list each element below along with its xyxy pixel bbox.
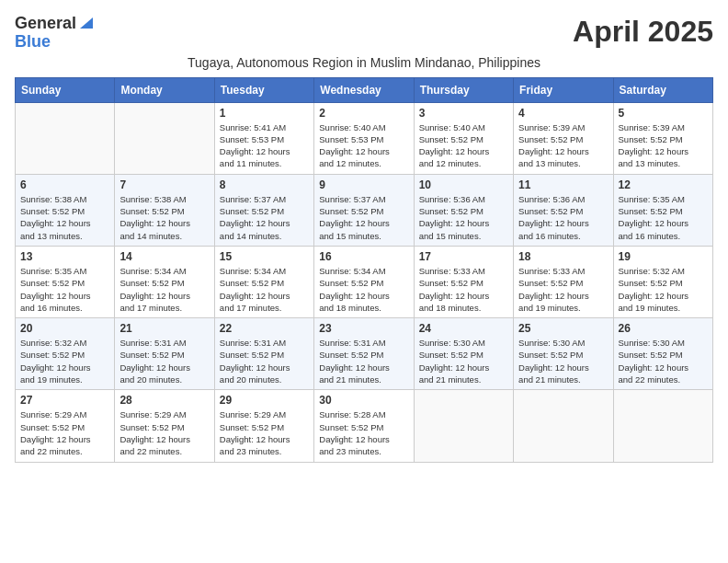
day-number: 19 xyxy=(619,250,708,263)
day-info: Sunrise: 5:38 AM Sunset: 5:52 PM Dayligh… xyxy=(20,193,109,242)
calendar-cell: 14Sunrise: 5:34 AM Sunset: 5:52 PM Dayli… xyxy=(115,246,214,317)
calendar-cell: 2Sunrise: 5:40 AM Sunset: 5:53 PM Daylig… xyxy=(314,102,414,174)
day-info: Sunrise: 5:34 AM Sunset: 5:52 PM Dayligh… xyxy=(119,265,209,314)
calendar-cell: 25Sunrise: 5:30 AM Sunset: 5:52 PM Dayli… xyxy=(514,318,613,390)
calendar-cell xyxy=(613,390,712,462)
day-number: 29 xyxy=(220,394,309,407)
day-info: Sunrise: 5:38 AM Sunset: 5:52 PM Dayligh… xyxy=(119,193,209,242)
calendar-cell: 15Sunrise: 5:34 AM Sunset: 5:52 PM Dayli… xyxy=(214,246,313,317)
day-info: Sunrise: 5:39 AM Sunset: 5:52 PM Dayligh… xyxy=(518,121,608,170)
day-info: Sunrise: 5:28 AM Sunset: 5:52 PM Dayligh… xyxy=(319,408,408,457)
day-number: 21 xyxy=(119,322,209,335)
day-info: Sunrise: 5:40 AM Sunset: 5:52 PM Dayligh… xyxy=(419,121,508,170)
day-info: Sunrise: 5:34 AM Sunset: 5:52 PM Dayligh… xyxy=(220,265,309,314)
calendar-week-row: 20Sunrise: 5:32 AM Sunset: 5:52 PM Dayli… xyxy=(16,318,713,390)
calendar-cell: 5Sunrise: 5:39 AM Sunset: 5:52 PM Daylig… xyxy=(613,102,712,174)
day-info: Sunrise: 5:30 AM Sunset: 5:52 PM Dayligh… xyxy=(419,337,508,385)
day-info: Sunrise: 5:31 AM Sunset: 5:52 PM Dayligh… xyxy=(319,337,408,385)
day-info: Sunrise: 5:37 AM Sunset: 5:52 PM Dayligh… xyxy=(319,193,408,242)
day-number: 8 xyxy=(220,178,309,191)
day-info: Sunrise: 5:29 AM Sunset: 5:52 PM Dayligh… xyxy=(220,408,309,457)
day-number: 28 xyxy=(119,394,209,407)
day-info: Sunrise: 5:29 AM Sunset: 5:52 PM Dayligh… xyxy=(20,408,109,457)
calendar-header-row: SundayMondayTuesdayWednesdayThursdayFrid… xyxy=(16,77,713,102)
day-number: 2 xyxy=(319,107,408,120)
calendar-cell: 8Sunrise: 5:37 AM Sunset: 5:52 PM Daylig… xyxy=(214,174,313,246)
day-info: Sunrise: 5:36 AM Sunset: 5:52 PM Dayligh… xyxy=(419,193,508,242)
calendar-cell: 7Sunrise: 5:38 AM Sunset: 5:52 PM Daylig… xyxy=(115,174,214,246)
calendar-cell: 4Sunrise: 5:39 AM Sunset: 5:52 PM Daylig… xyxy=(514,102,613,174)
day-number: 10 xyxy=(419,178,508,191)
calendar-cell: 19Sunrise: 5:32 AM Sunset: 5:52 PM Dayli… xyxy=(613,246,712,317)
calendar-cell: 27Sunrise: 5:29 AM Sunset: 5:52 PM Dayli… xyxy=(16,390,115,462)
day-info: Sunrise: 5:32 AM Sunset: 5:52 PM Dayligh… xyxy=(20,337,109,385)
day-number: 26 xyxy=(619,322,708,335)
day-info: Sunrise: 5:40 AM Sunset: 5:53 PM Dayligh… xyxy=(319,121,408,170)
day-number: 27 xyxy=(20,394,109,407)
day-number: 4 xyxy=(518,107,608,120)
day-info: Sunrise: 5:37 AM Sunset: 5:52 PM Dayligh… xyxy=(220,193,309,242)
logo-triangle-icon xyxy=(78,16,95,30)
calendar-cell: 20Sunrise: 5:32 AM Sunset: 5:52 PM Dayli… xyxy=(16,318,115,390)
day-info: Sunrise: 5:35 AM Sunset: 5:52 PM Dayligh… xyxy=(20,265,109,314)
day-info: Sunrise: 5:39 AM Sunset: 5:52 PM Dayligh… xyxy=(619,121,708,170)
weekday-header: Sunday xyxy=(16,77,115,102)
day-info: Sunrise: 5:30 AM Sunset: 5:52 PM Dayligh… xyxy=(518,337,608,385)
day-number: 24 xyxy=(419,322,508,335)
day-info: Sunrise: 5:35 AM Sunset: 5:52 PM Dayligh… xyxy=(619,193,708,242)
calendar-cell: 9Sunrise: 5:37 AM Sunset: 5:52 PM Daylig… xyxy=(314,174,414,246)
weekday-header: Wednesday xyxy=(314,77,414,102)
day-number: 11 xyxy=(518,178,608,191)
day-info: Sunrise: 5:36 AM Sunset: 5:52 PM Dayligh… xyxy=(518,193,608,242)
day-number: 15 xyxy=(220,250,309,263)
day-number: 30 xyxy=(319,394,408,407)
calendar-cell: 12Sunrise: 5:35 AM Sunset: 5:52 PM Dayli… xyxy=(613,174,712,246)
page-header: General Blue April 2025 xyxy=(15,15,713,52)
day-number: 20 xyxy=(20,322,109,335)
calendar-cell: 3Sunrise: 5:40 AM Sunset: 5:52 PM Daylig… xyxy=(414,102,513,174)
day-info: Sunrise: 5:31 AM Sunset: 5:52 PM Dayligh… xyxy=(220,337,309,385)
calendar-cell: 24Sunrise: 5:30 AM Sunset: 5:52 PM Dayli… xyxy=(414,318,513,390)
calendar-cell: 30Sunrise: 5:28 AM Sunset: 5:52 PM Dayli… xyxy=(314,390,414,462)
calendar-cell: 17Sunrise: 5:33 AM Sunset: 5:52 PM Dayli… xyxy=(414,246,513,317)
day-number: 13 xyxy=(20,250,109,263)
calendar-week-row: 27Sunrise: 5:29 AM Sunset: 5:52 PM Dayli… xyxy=(16,390,713,462)
calendar-cell: 11Sunrise: 5:36 AM Sunset: 5:52 PM Dayli… xyxy=(514,174,613,246)
calendar-cell xyxy=(414,390,513,462)
weekday-header: Tuesday xyxy=(214,77,313,102)
day-number: 14 xyxy=(119,250,209,263)
day-number: 18 xyxy=(518,250,608,263)
day-number: 6 xyxy=(20,178,109,191)
day-number: 22 xyxy=(220,322,309,335)
weekday-header: Friday xyxy=(514,77,613,102)
weekday-header: Thursday xyxy=(414,77,513,102)
calendar-week-row: 1Sunrise: 5:41 AM Sunset: 5:53 PM Daylig… xyxy=(16,102,713,174)
calendar-cell xyxy=(115,102,214,174)
day-info: Sunrise: 5:29 AM Sunset: 5:52 PM Dayligh… xyxy=(119,408,209,457)
calendar-cell: 22Sunrise: 5:31 AM Sunset: 5:52 PM Dayli… xyxy=(214,318,313,390)
logo: General Blue xyxy=(15,15,95,52)
calendar-cell: 10Sunrise: 5:36 AM Sunset: 5:52 PM Dayli… xyxy=(414,174,513,246)
day-info: Sunrise: 5:41 AM Sunset: 5:53 PM Dayligh… xyxy=(220,121,309,170)
calendar-cell: 29Sunrise: 5:29 AM Sunset: 5:52 PM Dayli… xyxy=(214,390,313,462)
day-info: Sunrise: 5:33 AM Sunset: 5:52 PM Dayligh… xyxy=(419,265,508,314)
day-number: 3 xyxy=(419,107,508,120)
calendar-cell: 6Sunrise: 5:38 AM Sunset: 5:52 PM Daylig… xyxy=(16,174,115,246)
subtitle: Tugaya, Autonomous Region in Muslim Mind… xyxy=(15,55,713,70)
day-info: Sunrise: 5:33 AM Sunset: 5:52 PM Dayligh… xyxy=(518,265,608,314)
svg-marker-0 xyxy=(80,17,93,29)
day-number: 7 xyxy=(119,178,209,191)
calendar-cell: 28Sunrise: 5:29 AM Sunset: 5:52 PM Dayli… xyxy=(115,390,214,462)
calendar-cell: 18Sunrise: 5:33 AM Sunset: 5:52 PM Dayli… xyxy=(514,246,613,317)
day-info: Sunrise: 5:31 AM Sunset: 5:52 PM Dayligh… xyxy=(119,337,209,385)
day-info: Sunrise: 5:32 AM Sunset: 5:52 PM Dayligh… xyxy=(619,265,708,314)
day-number: 5 xyxy=(619,107,708,120)
day-number: 12 xyxy=(619,178,708,191)
month-title: April 2025 xyxy=(573,15,713,49)
calendar-week-row: 13Sunrise: 5:35 AM Sunset: 5:52 PM Dayli… xyxy=(16,246,713,317)
logo-general-text: General xyxy=(15,15,76,33)
weekday-header: Monday xyxy=(115,77,214,102)
calendar-cell xyxy=(514,390,613,462)
weekday-header: Saturday xyxy=(613,77,712,102)
calendar-cell: 21Sunrise: 5:31 AM Sunset: 5:52 PM Dayli… xyxy=(115,318,214,390)
